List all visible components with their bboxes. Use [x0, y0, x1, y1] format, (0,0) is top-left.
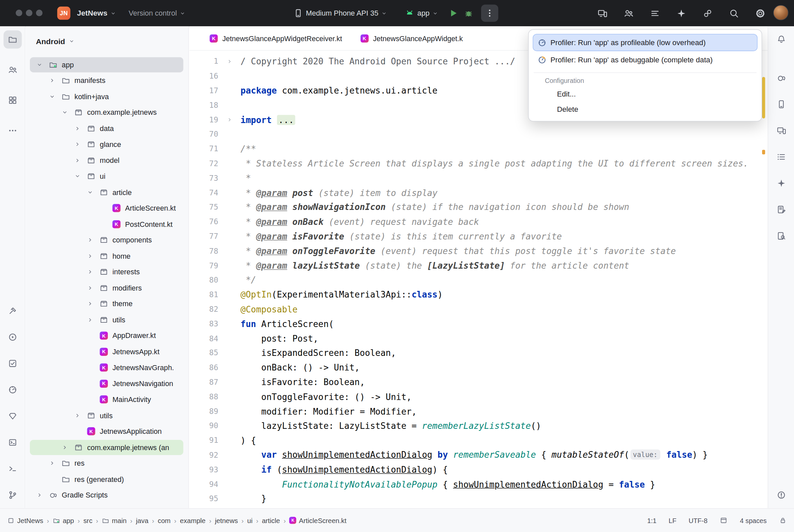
window-minimize-button[interactable]: [26, 10, 33, 16]
tool-window-app-inspection-button[interactable]: [4, 328, 22, 346]
popup-action-edit[interactable]: Edit...: [533, 87, 757, 102]
tree-row[interactable]: ui: [26, 168, 188, 184]
chevron-right-icon[interactable]: [60, 444, 69, 451]
tool-window-problems-button[interactable]: [772, 486, 790, 504]
tool-window-more-tool-windows-button[interactable]: [4, 121, 22, 140]
popup-action-delete[interactable]: Delete: [533, 102, 757, 117]
tree-row[interactable]: glance: [26, 136, 188, 152]
chevron-right-icon[interactable]: [86, 300, 95, 307]
breadcrumb-item[interactable]: main: [102, 516, 127, 524]
scrollbar-warning-tick[interactable]: [762, 150, 765, 155]
chevron-down-icon[interactable]: [60, 109, 69, 116]
chevron-right-icon[interactable]: [86, 284, 95, 291]
tool-window-app-quality-insights-button[interactable]: [4, 407, 22, 425]
chevron-right-icon[interactable]: [35, 492, 44, 498]
breadcrumb-item[interactable]: java: [136, 516, 148, 524]
user-avatar[interactable]: [773, 5, 788, 20]
tool-window-gradle-button[interactable]: [772, 69, 790, 87]
settings-button[interactable]: [753, 5, 768, 22]
tree-row[interactable]: Gradle Scripts: [26, 487, 188, 503]
breadcrumb-item[interactable]: src: [83, 516, 92, 524]
editor-tab[interactable]: KJetnewsGlanceAppWidget.k: [351, 26, 472, 51]
scrollbar-warning-stripe[interactable]: [762, 77, 765, 118]
tree-row[interactable]: com.example.jetnews (an: [26, 439, 188, 455]
tool-window-terminal-button[interactable]: [4, 460, 22, 478]
tool-window-version-control-button[interactable]: [4, 486, 22, 504]
tree-row[interactable]: model: [26, 152, 188, 168]
chevron-right-icon[interactable]: [73, 141, 82, 148]
chevron-right-icon[interactable]: [48, 77, 56, 84]
tree-row[interactable]: data: [26, 120, 188, 136]
tool-window-logcat-button[interactable]: [4, 433, 22, 451]
tool-window-notifications-button[interactable]: [772, 31, 790, 49]
tree-row[interactable]: KJetnewsNavigation: [26, 376, 188, 392]
chevron-down-icon[interactable]: [48, 93, 56, 100]
chevron-right-icon[interactable]: [86, 316, 95, 323]
chevron-right-icon[interactable]: [86, 268, 95, 275]
tool-window-app-insights-button[interactable]: [772, 227, 790, 245]
chevron-down-icon[interactable]: [73, 173, 82, 180]
chevron-right-icon[interactable]: [48, 460, 56, 467]
running-devices-button[interactable]: [594, 5, 610, 22]
device-selector-button[interactable]: Medium Phone API 35: [291, 5, 389, 21]
search-everywhere-button[interactable]: [726, 5, 742, 22]
breadcrumb-item[interactable]: example: [180, 516, 205, 524]
tree-row[interactable]: app: [26, 57, 188, 73]
tool-window-gemini-button[interactable]: [772, 174, 790, 192]
file-encoding[interactable]: UTF-8: [688, 516, 707, 524]
editor-tab[interactable]: KJetnewsGlanceAppWidgetReceiver.kt: [201, 26, 351, 51]
tree-row[interactable]: home: [26, 248, 188, 264]
tree-row[interactable]: res: [26, 455, 188, 471]
breadcrumb-item[interactable]: article: [262, 516, 280, 524]
tree-row[interactable]: kotlin+java: [26, 89, 188, 104]
tree-row[interactable]: article: [26, 185, 188, 200]
chevron-right-icon[interactable]: [73, 412, 82, 419]
tree-row[interactable]: utils: [26, 407, 188, 423]
run-button[interactable]: [446, 5, 461, 22]
breadcrumb-item[interactable]: ui: [247, 516, 253, 524]
project-view-selector[interactable]: Android: [26, 26, 188, 56]
tool-window-running-devices-button[interactable]: [772, 121, 790, 140]
tool-window-device-manager-button[interactable]: [772, 95, 790, 113]
tree-row[interactable]: utils: [26, 312, 188, 328]
tree-row[interactable]: KAppDrawer.kt: [26, 328, 188, 344]
share-button[interactable]: [700, 5, 715, 22]
debug-button[interactable]: [461, 5, 476, 22]
run-configuration-button[interactable]: app: [403, 5, 441, 21]
chevron-right-icon[interactable]: [73, 157, 82, 164]
project-menu-button[interactable]: JetNews: [75, 5, 118, 21]
breadcrumb-item[interactable]: jetnews: [215, 516, 238, 524]
tree-row[interactable]: KArticleScreen.kt: [26, 200, 188, 216]
tool-window-project-button[interactable]: [4, 31, 22, 49]
tool-window-layout-inspector-button[interactable]: [772, 200, 790, 218]
chevron-right-icon[interactable]: [86, 236, 95, 244]
tree-row[interactable]: manifests: [26, 73, 188, 89]
tool-window-structure-button[interactable]: [772, 148, 790, 166]
tree-row[interactable]: KMainActivity: [26, 392, 188, 407]
tool-window-profiler-button[interactable]: [4, 381, 22, 399]
tree-row[interactable]: modifiers: [26, 280, 188, 296]
tree-row[interactable]: KJetnewsApp.kt: [26, 344, 188, 360]
chevron-right-icon[interactable]: [73, 125, 82, 132]
window-close-button[interactable]: [16, 10, 22, 16]
fold-arrow-icon[interactable]: [218, 58, 240, 65]
tree-row[interactable]: components: [26, 232, 188, 248]
line-separator[interactable]: LF: [668, 516, 676, 524]
breadcrumb-item[interactable]: JetNews: [7, 516, 43, 524]
breadcrumb-item[interactable]: com: [158, 516, 171, 524]
chevron-down-icon[interactable]: [86, 189, 95, 196]
caret-position[interactable]: 1:1: [647, 516, 657, 524]
window-zoom-button[interactable]: [36, 10, 42, 16]
code-with-me-button[interactable]: [621, 5, 636, 22]
chevron-right-icon[interactable]: [86, 252, 95, 259]
fold-arrow-icon[interactable]: [218, 116, 240, 123]
tool-window-todo-button[interactable]: [4, 354, 22, 373]
lock-icon[interactable]: [779, 516, 787, 525]
popup-item-profiler-low-overhead[interactable]: Profiler: Run 'app' as profileable (low …: [533, 34, 757, 51]
tree-row[interactable]: KPostContent.kt: [26, 216, 188, 232]
editor-widget-icon[interactable]: [720, 516, 727, 525]
popup-item-profiler-debuggable[interactable]: Profiler: Run 'app' as debuggable (compl…: [533, 51, 757, 68]
tree-row[interactable]: interests: [26, 264, 188, 280]
indent-style[interactable]: 4 spaces: [740, 516, 767, 524]
ai-assistant-button[interactable]: [673, 5, 689, 22]
